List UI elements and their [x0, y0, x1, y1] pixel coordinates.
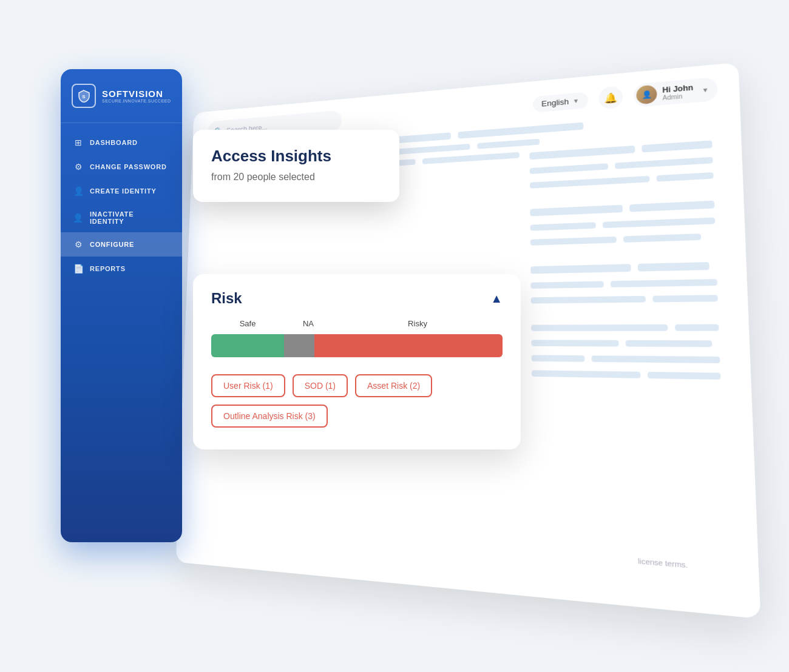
- sidebar-item-inactivate-identity[interactable]: 👤 INACTIVATE IDENTITY: [61, 203, 182, 232]
- nav-icon-create-identity: 👤: [73, 186, 84, 196]
- skel-block: [532, 355, 585, 361]
- skel-block: [532, 370, 641, 378]
- skel-block: [422, 152, 520, 164]
- nav-icon-dashboard: ⊞: [73, 138, 84, 147]
- risk-panel: Risk ▲ Safe NA Risky User Risk (1)SOD (1…: [193, 274, 521, 449]
- nav-menu: ⊞ DASHBOARD ⚙ CHANGE PASSWORD 👤 CREATE I…: [61, 130, 182, 281]
- nav-icon-configure: ⚙: [73, 240, 84, 249]
- risk-header: Risk ▲: [211, 290, 503, 307]
- nav-label-change-password: CHANGE PASSWORD: [90, 163, 167, 170]
- skel-block: [531, 324, 668, 331]
- skel-block: [611, 279, 717, 287]
- risk-tag[interactable]: Asset Risk (2): [355, 374, 432, 397]
- skel-block: [648, 372, 721, 380]
- insights-card: Access Insights from 20 people selected: [193, 130, 399, 202]
- nav-label-dashboard: DASHBOARD: [90, 139, 138, 146]
- skel-block: [675, 324, 719, 331]
- brand-name: SOFTVISION: [102, 89, 171, 99]
- sidebar: S SOFTVISION SECURE.INNOVATE.SUCCEED ⊞ D…: [61, 69, 182, 542]
- nav-icon-inactivate-identity: 👤: [73, 213, 84, 223]
- skel-block: [531, 296, 646, 304]
- insights-title: Access Insights: [211, 147, 381, 166]
- user-badge[interactable]: 👤 Hi John Admin ▼: [634, 77, 718, 107]
- svg-text:S: S: [82, 94, 86, 99]
- right-skeleton: [529, 139, 736, 389]
- risk-tag[interactable]: Outline Analysis Risk (3): [211, 405, 328, 428]
- license-text: license terms.: [638, 557, 688, 570]
- risk-tags: User Risk (1)SOD (1)Asset Risk (2)Outlin…: [211, 374, 503, 428]
- skel-block: [477, 139, 540, 149]
- skel-block: [615, 157, 713, 169]
- skel-block: [623, 234, 701, 243]
- logo-area: S SOFTVISION SECURE.INNOVATE.SUCCEED: [61, 84, 182, 123]
- notification-button[interactable]: 🔔: [598, 86, 623, 109]
- sidebar-item-dashboard[interactable]: ⊞ DASHBOARD: [61, 130, 182, 155]
- nav-label-reports: REPORTS: [90, 265, 126, 272]
- skel-block: [530, 264, 631, 274]
- nav-icon-reports: 📄: [73, 264, 84, 274]
- risk-tag[interactable]: SOD (1): [293, 374, 348, 397]
- skel-block: [626, 340, 713, 347]
- nav-label-create-identity: CREATE IDENTITY: [90, 187, 157, 195]
- skel-block: [642, 140, 713, 152]
- risk-collapse-button[interactable]: ▲: [490, 292, 503, 306]
- nav-label-inactivate-identity: INACTIVATE IDENTITY: [90, 210, 170, 225]
- nav-label-configure: CONFIGURE: [90, 241, 134, 248]
- bell-icon: 🔔: [604, 92, 617, 104]
- skel-block: [530, 222, 596, 230]
- user-info: Hi John Admin: [662, 83, 694, 101]
- risky-label: Risky: [333, 319, 503, 328]
- skel-block: [656, 172, 713, 182]
- skel-block: [603, 217, 716, 228]
- risk-title: Risk: [211, 290, 242, 307]
- language-label: English: [541, 97, 569, 108]
- skel-block: [530, 281, 603, 289]
- safe-bar: [211, 334, 284, 357]
- sidebar-item-reports[interactable]: 📄 REPORTS: [61, 257, 182, 281]
- sidebar-item-create-identity[interactable]: 👤 CREATE IDENTITY: [61, 179, 182, 203]
- skel-block: [530, 163, 608, 174]
- na-bar: [284, 334, 314, 357]
- risk-labels: Safe NA Risky: [211, 319, 503, 328]
- safe-label: Safe: [211, 319, 284, 328]
- sidebar-item-configure[interactable]: ⚙ CONFIGURE: [61, 232, 182, 257]
- chevron-down-icon: ▼: [572, 97, 579, 104]
- sidebar-item-change-password[interactable]: ⚙ CHANGE PASSWORD: [61, 155, 182, 179]
- language-selector[interactable]: English ▼: [532, 92, 588, 112]
- brand-tagline: SECURE.INNOVATE.SUCCEED: [102, 99, 171, 103]
- insights-subtitle: from 20 people selected: [211, 172, 381, 183]
- nav-icon-change-password: ⚙: [73, 162, 84, 172]
- na-label: NA: [284, 319, 333, 328]
- logo-icon: S: [72, 84, 96, 108]
- avatar: 👤: [636, 84, 657, 104]
- risk-tag[interactable]: User Risk (1): [211, 374, 285, 397]
- skel-block: [638, 262, 709, 272]
- skel-block: [530, 237, 617, 246]
- risk-bar: [211, 334, 503, 357]
- risky-bar: [314, 334, 503, 357]
- skel-block: [530, 176, 649, 189]
- skel-block: [652, 295, 718, 302]
- user-chevron-icon: ▼: [702, 86, 709, 93]
- skel-block: [591, 355, 720, 363]
- skel-block: [531, 340, 618, 346]
- logo-text: SOFTVISION SECURE.INNOVATE.SUCCEED: [102, 89, 171, 103]
- skel-block: [388, 144, 470, 155]
